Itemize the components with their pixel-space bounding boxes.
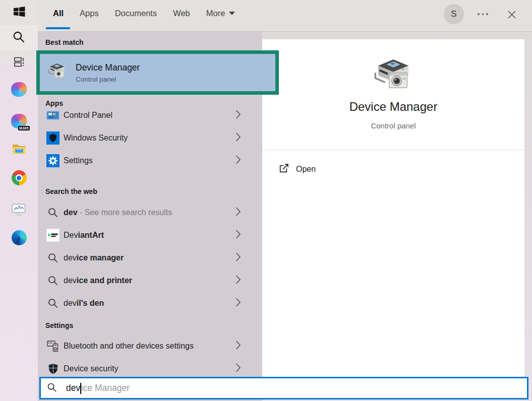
best-match-header: Best match	[45, 38, 83, 46]
device-manager-icon	[371, 57, 416, 97]
tab-web[interactable]: Web	[173, 9, 190, 18]
result-deviantart[interactable]: DeviantArt	[38, 227, 262, 244]
best-match-text: Device Manager Control panel	[76, 62, 140, 83]
m365-copilot-icon: M365	[11, 114, 27, 128]
chevron-right-icon	[235, 363, 241, 375]
filter-tabs: All Apps Documents Web More	[53, 9, 235, 18]
chevron-right-icon	[235, 110, 241, 121]
settings-header: Settings	[45, 321, 73, 329]
edge-icon	[12, 230, 27, 245]
preview-title: Device Manager	[262, 100, 524, 114]
deviantart-icon	[46, 229, 60, 242]
device-manager-icon	[46, 62, 68, 83]
tab-all[interactable]: All	[53, 9, 64, 18]
copilot-icon	[11, 82, 27, 97]
task-view-icon	[13, 55, 26, 71]
user-avatar[interactable]: S	[444, 4, 464, 24]
result-label: Bluetooth and other devices settings	[64, 342, 194, 351]
web-header: Search the web	[45, 187, 97, 195]
result-label: DeviantArt	[64, 231, 104, 240]
m365-copilot-button[interactable]: M365	[0, 110, 38, 132]
close-icon	[506, 9, 517, 20]
tab-more[interactable]: More	[206, 9, 235, 18]
best-match-subtitle: Control panel	[76, 76, 140, 83]
best-match-result-device-manager[interactable]: Device Manager Control panel	[40, 54, 275, 91]
search-icon	[46, 297, 60, 310]
result-device-security[interactable]: Device security	[38, 360, 262, 377]
start-button[interactable]	[0, 0, 38, 25]
result-label: Windows Security	[64, 133, 128, 143]
open-label: Open	[296, 165, 316, 174]
edge-button[interactable]	[0, 227, 38, 249]
result-web-dev[interactable]: dev - See more search results	[38, 204, 262, 221]
result-bluetooth-settings[interactable]: Bluetooth and other devices settings	[38, 338, 262, 355]
windows-security-icon	[46, 131, 60, 145]
performance-monitor-button[interactable]	[0, 199, 38, 222]
search-icon	[46, 274, 60, 287]
chevron-right-icon	[235, 230, 241, 241]
apps-header: Apps	[45, 99, 63, 107]
chevron-right-icon	[235, 207, 241, 219]
copilot-button[interactable]	[0, 78, 38, 100]
tab-apps[interactable]: Apps	[80, 9, 99, 18]
result-windows-security[interactable]: Windows Security	[38, 129, 262, 147]
tab-documents[interactable]: Documents	[115, 9, 157, 18]
result-settings[interactable]: Settings	[38, 152, 262, 169]
preview-divider	[262, 150, 524, 150]
open-action[interactable]: Open	[262, 159, 524, 179]
open-external-icon	[278, 163, 289, 176]
search-typed-text: dev	[66, 383, 80, 393]
m365-badge: M365	[18, 126, 30, 130]
preview-subtitle: Control panel	[262, 121, 524, 130]
chevron-right-icon	[235, 341, 241, 352]
chevron-right-icon	[235, 132, 241, 144]
chrome-button[interactable]	[0, 167, 38, 189]
result-label: device and printer	[64, 276, 132, 285]
windows-logo-icon	[13, 5, 26, 20]
bluetooth-devices-icon	[46, 340, 60, 353]
performance-monitor-icon	[11, 203, 27, 219]
search-inline-suggestion: ice Manager	[81, 383, 130, 393]
task-view-button[interactable]	[0, 50, 38, 76]
chevron-right-icon	[235, 298, 241, 309]
result-label: Control Panel	[64, 111, 112, 120]
result-device-manager-suggestion[interactable]: device manager	[38, 249, 262, 266]
settings-gear-icon	[46, 154, 60, 167]
result-label: dev - See more search results	[64, 208, 172, 217]
more-options-icon[interactable]	[478, 13, 488, 15]
chevron-right-icon	[235, 275, 241, 287]
device-security-shield-icon	[46, 362, 60, 375]
dropdown-arrow-icon	[229, 12, 235, 15]
close-button[interactable]	[505, 8, 518, 21]
search-icon	[46, 251, 60, 264]
search-icon	[12, 30, 26, 46]
chrome-icon	[12, 170, 27, 185]
preview-panel: Device Manager Control panel Open	[262, 39, 524, 377]
result-label: devil's den	[64, 299, 104, 308]
search-icon	[47, 382, 57, 394]
file-explorer-button[interactable]	[0, 139, 38, 161]
chevron-right-icon	[235, 252, 241, 264]
taskbar: M365	[0, 0, 38, 401]
control-panel-icon	[46, 109, 60, 122]
chevron-right-icon	[235, 155, 241, 167]
result-label: device manager	[64, 253, 124, 262]
result-label: Settings	[64, 156, 93, 165]
result-control-panel[interactable]: Control Panel	[38, 107, 262, 124]
result-device-and-printer-suggestion[interactable]: device and printer	[38, 272, 262, 289]
result-devils-den-suggestion[interactable]: devil's den	[38, 295, 262, 312]
search-input[interactable]: device Manager	[39, 377, 528, 399]
search-header: All Apps Documents Web More S	[38, 0, 532, 32]
search-icon	[46, 206, 60, 219]
file-explorer-icon	[12, 142, 27, 158]
best-match-title: Device Manager	[76, 62, 140, 73]
taskbar-search-button[interactable]	[0, 25, 38, 50]
result-label: Device security	[64, 364, 118, 373]
annotation-box: Device Manager Control panel	[36, 50, 279, 95]
